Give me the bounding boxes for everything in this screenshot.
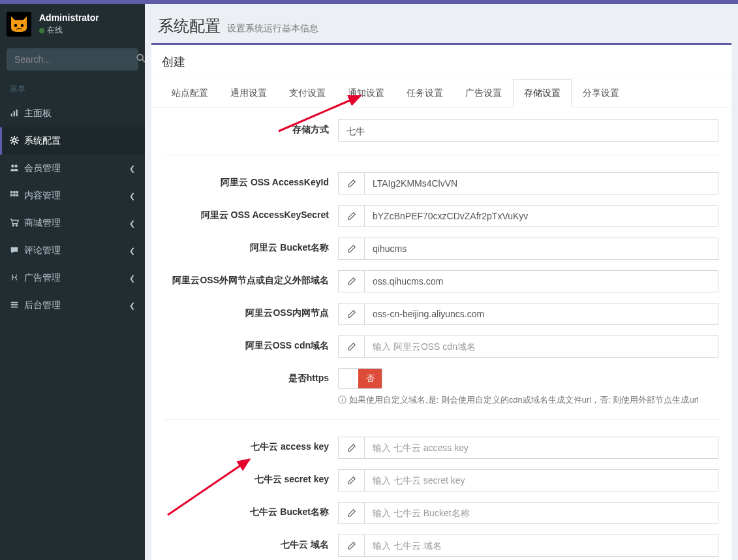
input-a-2[interactable]	[364, 238, 718, 260]
toggle-seg-on	[339, 369, 358, 388]
sidebar-item-0[interactable]: 主面板	[0, 100, 145, 127]
svg-line-13	[16, 142, 18, 144]
sidebar-item-1[interactable]: 系统配置	[0, 127, 145, 155]
svg-point-24	[12, 225, 14, 226]
tab-0[interactable]: 站点配置	[161, 79, 219, 108]
svg-point-17	[14, 164, 17, 167]
chevron-left-icon: ❮	[129, 192, 135, 200]
toggle-seg-off: 否	[358, 369, 382, 388]
tab-4[interactable]: 任务设置	[395, 79, 454, 108]
row-a-1: 阿里云 OSS AccessKeySecret	[164, 200, 718, 232]
input-b-3[interactable]	[364, 535, 718, 557]
field-label: 阿里云 OSS AccessKeyId	[164, 172, 338, 189]
label-storage-type: 存储方式	[164, 119, 338, 136]
sidebar-item-7[interactable]: 后台管理❮	[0, 292, 145, 319]
sidebar-item-label: 内容管理	[24, 190, 129, 202]
field-label: 阿里云 Bucket名称	[164, 238, 338, 254]
sidebar-item-label: 评论管理	[24, 245, 129, 257]
page-subtitle: 设置系统运行基本信息	[227, 23, 318, 35]
input-a-5[interactable]	[364, 335, 718, 358]
page-title: 系统配置	[158, 16, 221, 37]
field-label: 阿里云OSS cdn域名	[164, 335, 338, 352]
chevron-left-icon: ❮	[129, 247, 135, 255]
sidebar-item-6[interactable]: 广告管理❮	[0, 264, 145, 292]
input-addon	[338, 502, 364, 524]
sidebar-item-label: 主面板	[24, 108, 135, 119]
menu: 主面板系统配置会员管理❮内容管理❮商城管理❮评论管理❮广告管理❮后台管理❮	[0, 100, 145, 319]
svg-line-14	[11, 142, 12, 144]
svg-line-15	[16, 137, 18, 138]
input-a-4[interactable]	[364, 303, 718, 325]
input-b-2[interactable]	[364, 502, 718, 524]
tab-7[interactable]: 分享设置	[572, 79, 630, 108]
svg-rect-22	[13, 194, 16, 196]
panel: 创建 站点配置通用设置支付设置通知设置任务设置广告设置存储设置分享设置 存储方式…	[151, 43, 731, 560]
chevron-left-icon: ❮	[129, 219, 135, 228]
dashboard-icon	[10, 108, 24, 119]
sidebar-item-label: 系统配置	[24, 135, 135, 147]
tab-5[interactable]: 广告设置	[454, 79, 513, 108]
svg-rect-23	[16, 194, 19, 196]
field-label: 阿里云OSS内网节点	[164, 303, 338, 319]
search-button[interactable]	[136, 54, 146, 65]
tab-3[interactable]: 通知设置	[337, 79, 395, 108]
sidebar-item-4[interactable]: 商城管理❮	[0, 210, 145, 237]
row-https: 是否https 否 ⓘ如果使用自定义域名,是: 则会使用自定义的cdn或域名生成…	[164, 363, 718, 411]
pencil-icon	[347, 277, 356, 286]
row-storage-type: 存储方式 七牛	[164, 114, 718, 147]
search-input[interactable]	[7, 54, 136, 65]
svg-rect-20	[16, 191, 19, 193]
joomla-icon	[10, 273, 24, 284]
https-hint: ⓘ如果使用自定义域名,是: 则会使用自定义的cdn或域名生成文件url，否: 则…	[338, 394, 718, 406]
svg-rect-4	[11, 113, 12, 116]
svg-point-16	[11, 164, 14, 167]
tabs: 站点配置通用设置支付设置通知设置任务设置广告设置存储设置分享设置	[151, 78, 731, 108]
select-storage-type[interactable]: 七牛	[338, 119, 718, 142]
pencil-icon	[347, 508, 356, 518]
input-a-1[interactable]	[364, 205, 718, 227]
form-area: 存储方式 七牛 阿里云 OSS AccessKeyId阿里云 OSS Acces…	[151, 108, 731, 560]
tab-1[interactable]: 通用设置	[219, 79, 278, 108]
row-a-5: 阿里云OSS cdn域名	[164, 330, 718, 363]
panel-title: 创建	[151, 45, 731, 78]
input-a-3[interactable]	[364, 270, 718, 292]
avatar	[7, 12, 31, 37]
user-status: 在线	[39, 25, 99, 36]
field-label: 七牛云 Bucket名称	[164, 502, 338, 518]
input-b-1[interactable]	[364, 469, 718, 491]
input-addon	[338, 437, 364, 459]
svg-rect-28	[11, 306, 18, 307]
input-b-0[interactable]	[364, 437, 718, 459]
chevron-left-icon: ❮	[129, 164, 135, 173]
pencil-icon	[347, 443, 356, 452]
cat-logo-icon	[8, 14, 29, 35]
input-addon	[338, 270, 364, 292]
toggle-https[interactable]: 否	[338, 368, 382, 389]
bars-icon	[10, 300, 24, 311]
sidebar-item-3[interactable]: 内容管理❮	[0, 182, 145, 210]
svg-point-0	[14, 24, 17, 27]
input-addon	[338, 303, 364, 325]
tab-2[interactable]: 支付设置	[278, 79, 337, 108]
page-header: 系统配置 设置系统运行基本信息	[145, 4, 738, 43]
sidebar-item-5[interactable]: 评论管理❮	[0, 237, 145, 264]
input-addon	[338, 469, 364, 491]
sidebar-item-2[interactable]: 会员管理❮	[0, 155, 145, 182]
tab-6[interactable]: 存储设置	[513, 79, 572, 108]
pencil-icon	[347, 244, 356, 253]
field-label: 七牛云 access key	[164, 437, 338, 453]
sidebar-item-label: 会员管理	[24, 163, 129, 174]
svg-rect-18	[10, 191, 13, 193]
svg-point-7	[12, 138, 16, 142]
input-a-0[interactable]	[364, 172, 718, 194]
search-box	[7, 48, 138, 70]
input-addon	[338, 172, 364, 194]
pencil-icon	[347, 342, 356, 351]
field-label: 七牛云 域名	[164, 535, 338, 551]
field-label: 七牛云 secret key	[164, 469, 338, 486]
svg-line-12	[11, 137, 12, 138]
svg-rect-27	[11, 304, 18, 305]
sidebar-item-label: 后台管理	[24, 300, 129, 311]
status-dot-icon	[39, 28, 44, 33]
row-a-2: 阿里云 Bucket名称	[164, 232, 718, 265]
